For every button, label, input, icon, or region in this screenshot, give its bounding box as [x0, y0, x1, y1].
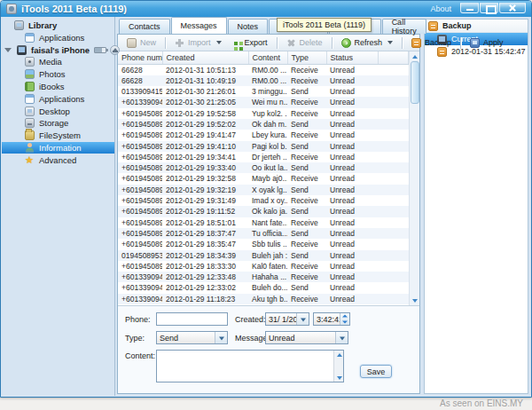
- maximize-button[interactable]: [480, 3, 498, 13]
- cell-phone: +601945089...: [118, 195, 162, 206]
- table-row[interactable]: +601945089... 2012-01-29 18:37:47 Tu off…: [118, 228, 409, 239]
- sidebar-item-ibooks[interactable]: iBooks: [2, 81, 114, 93]
- about-link[interactable]: About: [426, 3, 455, 15]
- cell-type: Receive: [287, 108, 326, 119]
- table-row[interactable]: +601945089... 2012-01-29 18:33:30 Kal0 f…: [118, 261, 409, 272]
- cell-status: Unread: [326, 195, 378, 206]
- table-row[interactable]: +601339094... 2012-01-29 11:18:23 Aku tg…: [118, 294, 409, 304]
- minimize-button[interactable]: [460, 3, 479, 13]
- tab-contacts[interactable]: Contacts: [119, 19, 170, 34]
- cell-status: Unread: [326, 217, 378, 228]
- cell-status: Unread: [326, 239, 378, 249]
- caret-down-icon[interactable]: [296, 313, 309, 325]
- phone-input[interactable]: [156, 312, 228, 326]
- textarea-scrollbar[interactable]: [333, 351, 343, 382]
- table-row[interactable]: +601945089... 2012-01-29 19:11:52 Ok kal…: [118, 206, 409, 217]
- sidebar-item-filesystem[interactable]: FileSystem: [2, 130, 114, 142]
- scrollbar-thumb[interactable]: [411, 61, 419, 104]
- sidebar-item-applications[interactable]: Applications: [2, 92, 114, 105]
- cell-extra: [378, 250, 409, 261]
- table-row[interactable]: +601339094... 2012-01-30 21:25:05 Wei mu…: [118, 97, 409, 107]
- tab-notes[interactable]: Notes: [228, 19, 269, 34]
- spinner-icon[interactable]: [340, 313, 349, 325]
- scroll-up-icon[interactable]: [410, 51, 420, 61]
- sidebar-item-photos[interactable]: Photos: [2, 68, 114, 81]
- scroll-up-icon[interactable]: [334, 351, 345, 359]
- tab-messages[interactable]: Messages: [171, 17, 227, 34]
- table-row[interactable]: 66628 2012-01-31 10:51:13 RM0.00 ... Rec…: [118, 64, 409, 75]
- titlebar[interactable]: iTools 2011 Beta (1119) About: [1, 1, 531, 17]
- spin-down-icon[interactable]: [340, 319, 349, 326]
- table-row[interactable]: +601945089... 2012-01-29 19:52:58 Yup ko…: [118, 108, 409, 119]
- cell-type: Send: [287, 250, 326, 261]
- caret-down-icon[interactable]: [387, 41, 393, 44]
- caret-down-icon[interactable]: [335, 332, 348, 343]
- table-row[interactable]: +601945089... 2012-01-29 19:41:10 Pagi k…: [118, 141, 409, 152]
- sidebar-item-media[interactable]: Media: [2, 56, 114, 68]
- table-row[interactable]: +601945089... 2012-01-29 19:33:40 Oo iku…: [118, 162, 409, 173]
- table-row[interactable]: +601945089... 2012-01-29 19:31:49 Imad x…: [118, 195, 409, 206]
- table-row[interactable]: +601339094... 2012-01-29 12:33:02 Buleh …: [118, 282, 409, 293]
- table-row[interactable]: +601945089... 2012-01-29 19:52:02 Ok dah…: [118, 119, 409, 130]
- column-header-created[interactable]: Created: [162, 51, 248, 64]
- tab-call-history[interactable]: Call History: [382, 19, 426, 34]
- battery-icon: [94, 47, 106, 53]
- date-picker[interactable]: 31/ 1/2012: [265, 312, 309, 326]
- sidebar-item-advanced[interactable]: Advanced: [2, 154, 114, 166]
- sidebar-item-storage[interactable]: Storage: [2, 117, 114, 130]
- table-row[interactable]: +601945089... 2012-01-29 19:41:47 Lbey k…: [118, 130, 409, 140]
- toolbar-button-new[interactable]: New: [121, 35, 161, 51]
- toolbar-button-import[interactable]: Import: [169, 35, 227, 51]
- cell-status: Unread: [326, 119, 378, 130]
- cell-status: Unread: [326, 206, 378, 217]
- sidebar-item-information[interactable]: Information: [2, 142, 114, 154]
- cell-type: Receive: [287, 272, 326, 282]
- cell-phone: +601339094...: [118, 97, 162, 107]
- applications-icon: [25, 33, 35, 43]
- sidebar-section-device[interactable]: faisal's iPhone: [2, 43, 114, 56]
- table-row[interactable]: +601945089... 2012-01-29 19:32:58 Mayb a…: [118, 173, 409, 184]
- backup-panel-header: Backup: [425, 20, 528, 33]
- cell-content: 3 minggu...: [248, 86, 287, 97]
- table-row[interactable]: +601339094... 2012-01-29 12:33:48 Hahaha…: [118, 272, 409, 282]
- cell-content: X oyak lg....: [248, 185, 287, 195]
- column-header-content[interactable]: Content: [248, 51, 287, 64]
- delete-icon: [286, 38, 296, 48]
- toolbar-button-export[interactable]: Export: [227, 35, 273, 51]
- type-select[interactable]: Send: [156, 331, 228, 344]
- table-row[interactable]: 66628 2012-01-31 10:49:19 RM0.00 ... Rec…: [118, 75, 409, 86]
- eject-icon[interactable]: [110, 45, 120, 55]
- cell-status: Unread: [326, 294, 378, 304]
- content-textarea[interactable]: [156, 350, 344, 382]
- column-header-extra[interactable]: [378, 51, 409, 64]
- expand-twisty-icon[interactable]: [4, 48, 12, 52]
- toolbar-button-refresh[interactable]: Refresh: [336, 35, 399, 51]
- scroll-down-icon[interactable]: [334, 374, 345, 382]
- sidebar-section-library[interactable]: Library: [2, 19, 114, 31]
- message-status-select[interactable]: Unread: [265, 331, 348, 344]
- cell-phone: +601339094...: [118, 294, 162, 304]
- table-scrollbar[interactable]: [409, 51, 419, 305]
- sidebar-item-desktop[interactable]: Desktop: [2, 105, 114, 117]
- column-header-status[interactable]: Status: [326, 51, 378, 64]
- column-header-phone[interactable]: Phone numb: [118, 51, 162, 64]
- cell-extra: [378, 173, 409, 184]
- save-button[interactable]: Save: [360, 365, 392, 378]
- toolbar-button-backup[interactable]: Backup: [406, 35, 457, 51]
- table-row[interactable]: +601945089... 2012-01-29 19:34:41 Dr jer…: [118, 152, 409, 162]
- cell-status: Unread: [326, 185, 378, 195]
- table-row[interactable]: +601945089... 2012-01-29 18:35:47 Sbb tu…: [118, 239, 409, 249]
- caret-down-icon[interactable]: [216, 41, 222, 44]
- column-header-type[interactable]: Type: [287, 51, 326, 64]
- caret-down-icon[interactable]: [215, 332, 227, 343]
- table-row[interactable]: +601945089... 2012-01-29 18:51:01 Nant f…: [118, 217, 409, 228]
- scroll-down-icon[interactable]: [410, 296, 420, 305]
- table-row[interactable]: 0133909415 2012-01-30 21:26:01 3 minggu.…: [118, 86, 409, 97]
- toolbar-button-apply[interactable]: Apply: [465, 35, 509, 51]
- sidebar-item-library-applications[interactable]: Applications: [2, 31, 114, 43]
- close-button[interactable]: [499, 3, 526, 13]
- table-row[interactable]: 0194508953 2012-01-29 18:34:39 Buleh jah…: [118, 250, 409, 261]
- time-spinner[interactable]: 3:42:41 PM: [313, 312, 350, 326]
- table-row[interactable]: +601945089... 2012-01-29 19:32:19 X oyak…: [118, 185, 409, 195]
- toolbar-button-delete[interactable]: Delete: [281, 35, 328, 51]
